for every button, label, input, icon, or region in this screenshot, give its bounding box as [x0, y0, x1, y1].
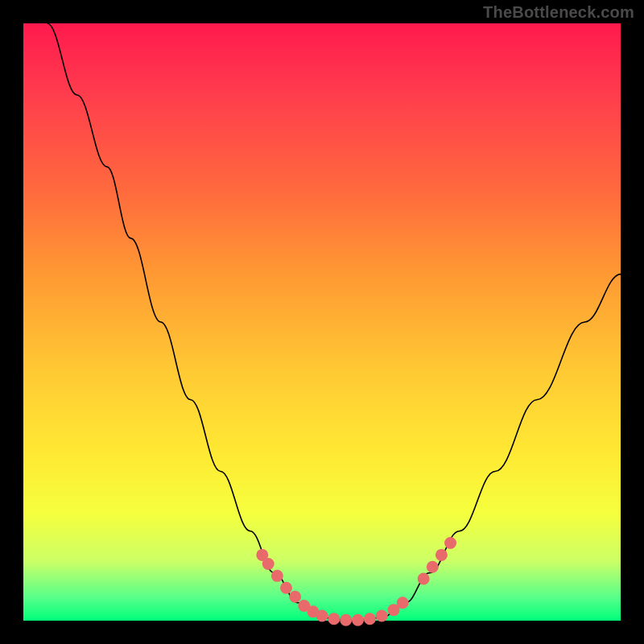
curve-marker	[265, 560, 272, 568]
curve-marker	[283, 584, 290, 592]
curve-markers	[258, 539, 454, 624]
curve-marker	[354, 617, 361, 624]
curve-line	[47, 23, 621, 621]
bottleneck-curve	[23, 23, 621, 621]
curve-marker	[438, 551, 445, 559]
curve-marker	[330, 615, 337, 622]
curve-marker	[429, 564, 436, 571]
curve-marker	[378, 613, 386, 620]
curve-marker	[258, 551, 266, 559]
curve-marker	[319, 613, 326, 620]
chart-frame: TheBottleneck.com	[0, 0, 644, 644]
curve-marker	[420, 576, 427, 583]
curve-marker	[399, 599, 407, 606]
attribution-text: TheBottleneck.com	[483, 3, 634, 22]
plot-area	[23, 23, 621, 621]
curve-marker	[447, 539, 454, 547]
curve-marker	[291, 593, 299, 601]
curve-marker	[366, 615, 374, 622]
curve-marker	[274, 572, 281, 580]
curve-marker	[309, 608, 316, 615]
curve-marker	[390, 606, 398, 613]
curve-marker	[300, 602, 308, 609]
curve-marker	[342, 617, 349, 624]
